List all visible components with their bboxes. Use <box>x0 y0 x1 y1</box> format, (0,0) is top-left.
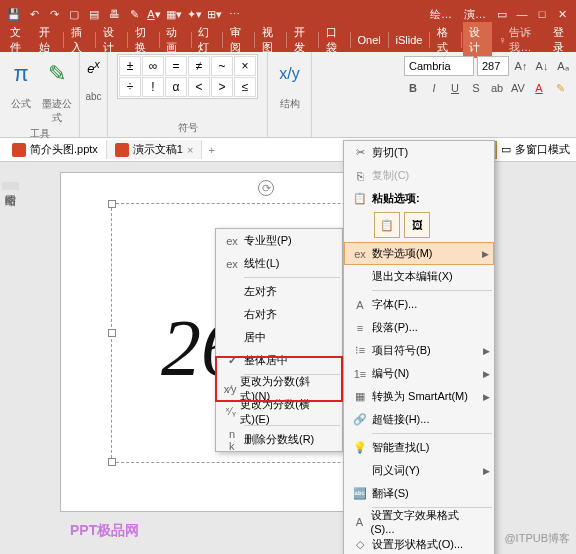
save-icon[interactable]: 💾 <box>5 5 23 23</box>
menu-align-center[interactable]: 居中 <box>216 326 342 349</box>
menu-delete-frac-line[interactable]: nk删除分数线(R) <box>216 428 342 451</box>
magic-icon[interactable]: ✦▾ <box>185 5 203 23</box>
italic-button[interactable]: I <box>425 79 443 97</box>
bold-button[interactable]: B <box>404 79 422 97</box>
sym-lt[interactable]: < <box>188 77 210 97</box>
increase-font-icon[interactable]: A↑ <box>512 57 530 75</box>
spacing-button[interactable]: AV <box>509 79 527 97</box>
resize-handle[interactable] <box>108 458 116 466</box>
bullet-icon: ⁝≡ <box>348 344 372 357</box>
resize-handle[interactable] <box>108 329 116 337</box>
new-icon[interactable]: ▢ <box>65 5 83 23</box>
struct-label: 结构 <box>280 95 300 111</box>
font-group: Cambria 287 A↑ A↓ Aₐ B I U S ab AV A ✎ <box>400 52 576 137</box>
menu-copy[interactable]: ⎘复制(C) <box>344 164 494 187</box>
decrease-font-icon[interactable]: A↓ <box>533 57 551 75</box>
shadow-button[interactable]: ab <box>488 79 506 97</box>
context-menu-main: ✂剪切(T) ⎘复制(C) 📋粘贴选项: 📋 🖼 ex数学选项(M)▶ 退出文本… <box>343 140 495 554</box>
cut-icon: ✂ <box>348 146 372 159</box>
paste-options: 📋 🖼 <box>344 210 494 242</box>
sym-tilde[interactable]: ~ <box>211 56 233 76</box>
multiwindow-icon[interactable]: ▭ <box>501 143 511 156</box>
menu-hyperlink[interactable]: 🔗超链接(H)... <box>344 408 494 431</box>
menu-math-options[interactable]: ex数学选项(M)▶ <box>344 242 494 265</box>
sym-lte[interactable]: ≤ <box>234 77 256 97</box>
underline-button[interactable]: U <box>446 79 464 97</box>
sym-div[interactable]: ÷ <box>119 77 141 97</box>
fraction-struct-icon[interactable]: x/y <box>273 54 307 94</box>
sym-eq[interactable]: = <box>165 56 187 76</box>
texteffect-icon: A <box>348 516 371 528</box>
submenu-arrow-icon: ▶ <box>483 466 490 476</box>
font-color-button[interactable]: A <box>530 79 548 97</box>
menu-smartart[interactable]: ▦转换为 SmartArt(M)▶ <box>344 385 494 408</box>
menu-align-right[interactable]: 右对齐 <box>216 303 342 326</box>
lookup-icon: 💡 <box>348 441 372 454</box>
submenu-arrow-icon: ▶ <box>483 392 490 402</box>
multiwindow-label: 多窗口模式 <box>515 142 570 157</box>
paste-option-2[interactable]: 🖼 <box>404 212 430 238</box>
rotate-handle-icon[interactable]: ⟳ <box>258 180 274 196</box>
menu-linear[interactable]: ex线性(L) <box>216 252 342 275</box>
menu-professional[interactable]: ex专业型(P) <box>216 229 342 252</box>
group-icon[interactable]: ⊞▾ <box>205 5 223 23</box>
doctab-1[interactable]: 简介头图.pptx <box>4 140 107 159</box>
menu-synonym[interactable]: 同义词(Y)▶ <box>344 459 494 482</box>
doctab-2[interactable]: 演示文稿1 × <box>107 140 203 159</box>
menu-change-frac-horiz[interactable]: ˣ⁄ᵧ更改为分数(横式)(E) <box>216 400 342 423</box>
italic-ex-icon[interactable]: ex <box>87 58 100 76</box>
open-icon[interactable]: ▤ <box>85 5 103 23</box>
tab-onel[interactable]: Onel <box>352 31 387 49</box>
menu-exit-text-edit[interactable]: 退出文本编辑(X) <box>344 265 494 288</box>
menu-cut[interactable]: ✂剪切(T) <box>344 141 494 164</box>
sym-times[interactable]: × <box>234 56 256 76</box>
tools-group-label: 工具 <box>30 125 50 141</box>
print-icon[interactable]: 🖶 <box>105 5 123 23</box>
highlight-button[interactable]: ✎ <box>551 79 569 97</box>
sym-alpha[interactable]: α <box>165 77 187 97</box>
more-icon[interactable]: ⋯ <box>225 5 243 23</box>
font-color-icon[interactable]: A▾ <box>145 5 163 23</box>
brush-icon[interactable]: ✎ <box>125 5 143 23</box>
menu-numbering[interactable]: 1≡编号(N)▶ <box>344 362 494 385</box>
font-family-select[interactable]: Cambria <box>404 56 474 76</box>
sym-infinity[interactable]: ∞ <box>142 56 164 76</box>
sym-gt[interactable]: > <box>211 77 233 97</box>
sym-plusminus[interactable]: ± <box>119 56 141 76</box>
paste-option-1[interactable]: 📋 <box>374 212 400 238</box>
symbols-group-label: 符号 <box>178 119 198 135</box>
math-icon: ex <box>348 248 372 260</box>
redo-icon[interactable]: ↷ <box>45 5 63 23</box>
tab-islide[interactable]: iSlide <box>390 31 429 49</box>
maximize-icon[interactable]: □ <box>533 5 551 23</box>
frac-horiz-icon: ˣ⁄ᵧ <box>220 405 240 418</box>
sym-neq[interactable]: ≠ <box>188 56 210 76</box>
menu-align-left[interactable]: 左对齐 <box>216 280 342 303</box>
menu-bullets[interactable]: ⁝≡项目符号(B)▶ <box>344 339 494 362</box>
formula-icon[interactable]: π <box>4 54 38 94</box>
menu-text-effect-format[interactable]: A设置文字效果格式(S)... <box>344 510 494 533</box>
resize-handle[interactable] <box>108 200 116 208</box>
undo-icon[interactable]: ↶ <box>25 5 43 23</box>
pro-icon: ex <box>220 235 244 247</box>
linear-icon: ex <box>220 258 244 270</box>
strike-button[interactable]: S <box>467 79 485 97</box>
menu-font[interactable]: A字体(F)... <box>344 293 494 316</box>
menu-paragraph[interactable]: ≡段落(P)... <box>344 316 494 339</box>
ink-formula-icon[interactable]: ✎ <box>40 54 74 94</box>
menu-smart-lookup[interactable]: 💡智能查找(L) <box>344 436 494 459</box>
add-tab-button[interactable]: + <box>202 144 220 156</box>
thumbnail-panel-label[interactable]: 缩略图 <box>2 182 19 190</box>
clear-format-icon[interactable]: Aₐ <box>554 57 572 75</box>
layout-icon[interactable]: ▦▾ <box>165 5 183 23</box>
menu-translate[interactable]: 🔤翻译(S) <box>344 482 494 505</box>
close-icon[interactable]: ✕ <box>553 5 571 23</box>
abc-label: abc <box>85 91 101 102</box>
sym-excl[interactable]: ! <box>142 77 164 97</box>
minimize-icon[interactable]: — <box>513 5 531 23</box>
menu-shape-format[interactable]: ◇设置形状格式(O)... <box>344 533 494 554</box>
symbol-grid[interactable]: ± ∞ = ≠ ~ × ÷ ! α < > ≤ <box>117 54 258 99</box>
window-min-icon[interactable]: ▭ <box>493 5 511 23</box>
font-size-select[interactable]: 287 <box>477 56 509 76</box>
close-tab-icon[interactable]: × <box>187 144 193 156</box>
